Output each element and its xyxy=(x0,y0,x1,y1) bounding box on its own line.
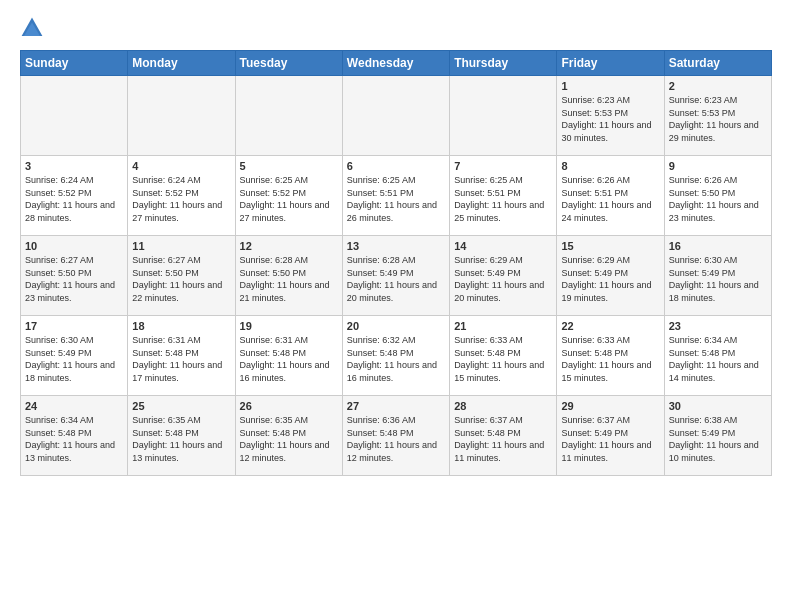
calendar-cell-24: 24Sunrise: 6:34 AMSunset: 5:48 PMDayligh… xyxy=(21,396,128,476)
calendar-cell-4: 4Sunrise: 6:24 AMSunset: 5:52 PMDaylight… xyxy=(128,156,235,236)
calendar-cell-26: 26Sunrise: 6:35 AMSunset: 5:48 PMDayligh… xyxy=(235,396,342,476)
day-info: Sunrise: 6:31 AMSunset: 5:48 PMDaylight:… xyxy=(132,334,230,384)
calendar-cell-3: 3Sunrise: 6:24 AMSunset: 5:52 PMDaylight… xyxy=(21,156,128,236)
day-info: Sunrise: 6:29 AMSunset: 5:49 PMDaylight:… xyxy=(561,254,659,304)
day-info: Sunrise: 6:31 AMSunset: 5:48 PMDaylight:… xyxy=(240,334,338,384)
day-info: Sunrise: 6:27 AMSunset: 5:50 PMDaylight:… xyxy=(132,254,230,304)
day-number: 20 xyxy=(347,320,445,332)
calendar-cell-17: 17Sunrise: 6:30 AMSunset: 5:49 PMDayligh… xyxy=(21,316,128,396)
day-number: 6 xyxy=(347,160,445,172)
calendar-cell-20: 20Sunrise: 6:32 AMSunset: 5:48 PMDayligh… xyxy=(342,316,449,396)
calendar-cell-empty xyxy=(342,76,449,156)
day-number: 19 xyxy=(240,320,338,332)
weekday-header-friday: Friday xyxy=(557,51,664,76)
weekday-header-tuesday: Tuesday xyxy=(235,51,342,76)
day-info: Sunrise: 6:34 AMSunset: 5:48 PMDaylight:… xyxy=(669,334,767,384)
day-number: 7 xyxy=(454,160,552,172)
calendar-cell-12: 12Sunrise: 6:28 AMSunset: 5:50 PMDayligh… xyxy=(235,236,342,316)
day-info: Sunrise: 6:30 AMSunset: 5:49 PMDaylight:… xyxy=(669,254,767,304)
day-number: 11 xyxy=(132,240,230,252)
calendar-table: SundayMondayTuesdayWednesdayThursdayFrid… xyxy=(20,50,772,476)
calendar-cell-29: 29Sunrise: 6:37 AMSunset: 5:49 PMDayligh… xyxy=(557,396,664,476)
day-info: Sunrise: 6:25 AMSunset: 5:51 PMDaylight:… xyxy=(454,174,552,224)
day-info: Sunrise: 6:32 AMSunset: 5:48 PMDaylight:… xyxy=(347,334,445,384)
calendar-cell-2: 2Sunrise: 6:23 AMSunset: 5:53 PMDaylight… xyxy=(664,76,771,156)
day-info: Sunrise: 6:25 AMSunset: 5:52 PMDaylight:… xyxy=(240,174,338,224)
header xyxy=(20,16,772,40)
day-number: 10 xyxy=(25,240,123,252)
calendar-cell-25: 25Sunrise: 6:35 AMSunset: 5:48 PMDayligh… xyxy=(128,396,235,476)
day-number: 4 xyxy=(132,160,230,172)
day-number: 2 xyxy=(669,80,767,92)
day-info: Sunrise: 6:34 AMSunset: 5:48 PMDaylight:… xyxy=(25,414,123,464)
calendar-cell-empty xyxy=(450,76,557,156)
day-number: 17 xyxy=(25,320,123,332)
calendar-cell-7: 7Sunrise: 6:25 AMSunset: 5:51 PMDaylight… xyxy=(450,156,557,236)
day-info: Sunrise: 6:26 AMSunset: 5:51 PMDaylight:… xyxy=(561,174,659,224)
calendar-cell-5: 5Sunrise: 6:25 AMSunset: 5:52 PMDaylight… xyxy=(235,156,342,236)
calendar-cell-1: 1Sunrise: 6:23 AMSunset: 5:53 PMDaylight… xyxy=(557,76,664,156)
day-number: 28 xyxy=(454,400,552,412)
day-info: Sunrise: 6:33 AMSunset: 5:48 PMDaylight:… xyxy=(454,334,552,384)
weekday-header-wednesday: Wednesday xyxy=(342,51,449,76)
day-info: Sunrise: 6:27 AMSunset: 5:50 PMDaylight:… xyxy=(25,254,123,304)
calendar-cell-27: 27Sunrise: 6:36 AMSunset: 5:48 PMDayligh… xyxy=(342,396,449,476)
day-info: Sunrise: 6:35 AMSunset: 5:48 PMDaylight:… xyxy=(132,414,230,464)
week-row-4: 24Sunrise: 6:34 AMSunset: 5:48 PMDayligh… xyxy=(21,396,772,476)
day-number: 27 xyxy=(347,400,445,412)
day-info: Sunrise: 6:37 AMSunset: 5:49 PMDaylight:… xyxy=(561,414,659,464)
calendar-cell-empty xyxy=(128,76,235,156)
day-number: 16 xyxy=(669,240,767,252)
week-row-3: 17Sunrise: 6:30 AMSunset: 5:49 PMDayligh… xyxy=(21,316,772,396)
week-row-2: 10Sunrise: 6:27 AMSunset: 5:50 PMDayligh… xyxy=(21,236,772,316)
day-info: Sunrise: 6:36 AMSunset: 5:48 PMDaylight:… xyxy=(347,414,445,464)
day-number: 1 xyxy=(561,80,659,92)
day-info: Sunrise: 6:26 AMSunset: 5:50 PMDaylight:… xyxy=(669,174,767,224)
weekday-header-row: SundayMondayTuesdayWednesdayThursdayFrid… xyxy=(21,51,772,76)
day-number: 8 xyxy=(561,160,659,172)
day-info: Sunrise: 6:33 AMSunset: 5:48 PMDaylight:… xyxy=(561,334,659,384)
calendar-cell-18: 18Sunrise: 6:31 AMSunset: 5:48 PMDayligh… xyxy=(128,316,235,396)
weekday-header-monday: Monday xyxy=(128,51,235,76)
day-number: 9 xyxy=(669,160,767,172)
day-number: 25 xyxy=(132,400,230,412)
day-number: 21 xyxy=(454,320,552,332)
calendar-cell-8: 8Sunrise: 6:26 AMSunset: 5:51 PMDaylight… xyxy=(557,156,664,236)
day-info: Sunrise: 6:25 AMSunset: 5:51 PMDaylight:… xyxy=(347,174,445,224)
day-info: Sunrise: 6:28 AMSunset: 5:50 PMDaylight:… xyxy=(240,254,338,304)
calendar-cell-21: 21Sunrise: 6:33 AMSunset: 5:48 PMDayligh… xyxy=(450,316,557,396)
calendar-cell-10: 10Sunrise: 6:27 AMSunset: 5:50 PMDayligh… xyxy=(21,236,128,316)
day-number: 5 xyxy=(240,160,338,172)
day-number: 22 xyxy=(561,320,659,332)
day-number: 29 xyxy=(561,400,659,412)
calendar-cell-11: 11Sunrise: 6:27 AMSunset: 5:50 PMDayligh… xyxy=(128,236,235,316)
weekday-header-thursday: Thursday xyxy=(450,51,557,76)
day-info: Sunrise: 6:35 AMSunset: 5:48 PMDaylight:… xyxy=(240,414,338,464)
weekday-header-saturday: Saturday xyxy=(664,51,771,76)
day-info: Sunrise: 6:23 AMSunset: 5:53 PMDaylight:… xyxy=(561,94,659,144)
day-info: Sunrise: 6:30 AMSunset: 5:49 PMDaylight:… xyxy=(25,334,123,384)
day-number: 26 xyxy=(240,400,338,412)
calendar-cell-empty xyxy=(235,76,342,156)
day-number: 14 xyxy=(454,240,552,252)
day-number: 24 xyxy=(25,400,123,412)
logo xyxy=(20,16,48,40)
day-number: 12 xyxy=(240,240,338,252)
calendar-cell-9: 9Sunrise: 6:26 AMSunset: 5:50 PMDaylight… xyxy=(664,156,771,236)
calendar-cell-19: 19Sunrise: 6:31 AMSunset: 5:48 PMDayligh… xyxy=(235,316,342,396)
day-number: 13 xyxy=(347,240,445,252)
day-number: 18 xyxy=(132,320,230,332)
weekday-header-sunday: Sunday xyxy=(21,51,128,76)
day-info: Sunrise: 6:23 AMSunset: 5:53 PMDaylight:… xyxy=(669,94,767,144)
day-info: Sunrise: 6:38 AMSunset: 5:49 PMDaylight:… xyxy=(669,414,767,464)
calendar-cell-15: 15Sunrise: 6:29 AMSunset: 5:49 PMDayligh… xyxy=(557,236,664,316)
day-number: 30 xyxy=(669,400,767,412)
calendar-cell-16: 16Sunrise: 6:30 AMSunset: 5:49 PMDayligh… xyxy=(664,236,771,316)
calendar-cell-6: 6Sunrise: 6:25 AMSunset: 5:51 PMDaylight… xyxy=(342,156,449,236)
day-number: 23 xyxy=(669,320,767,332)
week-row-0: 1Sunrise: 6:23 AMSunset: 5:53 PMDaylight… xyxy=(21,76,772,156)
calendar-cell-22: 22Sunrise: 6:33 AMSunset: 5:48 PMDayligh… xyxy=(557,316,664,396)
calendar-cell-14: 14Sunrise: 6:29 AMSunset: 5:49 PMDayligh… xyxy=(450,236,557,316)
day-info: Sunrise: 6:24 AMSunset: 5:52 PMDaylight:… xyxy=(25,174,123,224)
calendar-cell-13: 13Sunrise: 6:28 AMSunset: 5:49 PMDayligh… xyxy=(342,236,449,316)
